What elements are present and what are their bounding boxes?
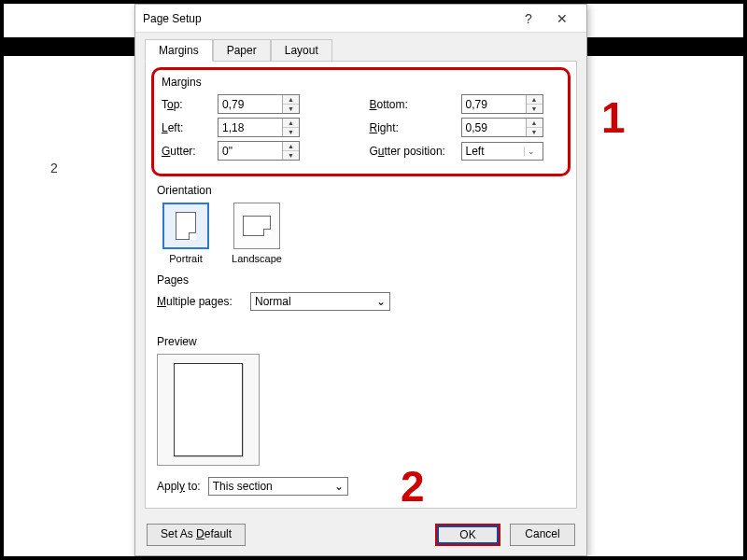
gutter-position-label: Gutter position:: [370, 145, 461, 158]
help-button[interactable]: ?: [512, 6, 545, 32]
bottom-margin-field[interactable]: [462, 95, 526, 113]
right-margin-input[interactable]: ▲▼: [461, 118, 543, 137]
left-margin-spinner[interactable]: ▲▼: [282, 119, 299, 136]
annotation-callout-2: 2: [401, 461, 425, 511]
gutter-spinner[interactable]: ▲▼: [282, 142, 299, 160]
bottom-margin-input[interactable]: ▲▼: [461, 94, 543, 114]
gutter-input[interactable]: ▲▼: [218, 141, 300, 161]
set-as-default-button[interactable]: Set As Default: [147, 524, 246, 546]
right-margin-label: Right:: [370, 121, 461, 134]
orientation-landscape[interactable]: Landscape: [228, 203, 286, 264]
apply-to-label: Apply to:: [157, 480, 201, 493]
dialog-button-bar: Set As Default OK Cancel: [135, 516, 586, 555]
chevron-down-icon: ⌄: [376, 295, 386, 308]
multiple-pages-select[interactable]: Normal ⌄: [250, 292, 390, 311]
top-margin-field[interactable]: [218, 95, 282, 113]
preview-group-label: Preview: [157, 335, 565, 348]
tab-margins[interactable]: Margins: [145, 39, 213, 62]
top-margin-label: Top:: [162, 98, 218, 111]
tab-paper[interactable]: Paper: [213, 39, 271, 62]
chevron-down-icon: ⌄: [334, 480, 344, 493]
right-margin-field[interactable]: [462, 119, 526, 136]
preview-box: [157, 354, 260, 466]
gutter-position-select[interactable]: Left ⌄: [461, 142, 543, 161]
pages-group-label: Pages: [157, 273, 565, 287]
close-button[interactable]: ✕: [545, 6, 579, 32]
tab-layout[interactable]: Layout: [271, 39, 332, 62]
bottom-margin-label: Bottom:: [370, 98, 461, 111]
gutter-label: Gutter:: [162, 145, 218, 158]
preview-page-icon: [174, 363, 243, 456]
top-margin-input[interactable]: ▲▼: [218, 94, 300, 114]
portrait-icon: [162, 203, 209, 249]
right-margin-spinner[interactable]: ▲▼: [526, 119, 543, 136]
left-margin-input[interactable]: ▲▼: [218, 118, 300, 137]
gutter-position-value: Left: [466, 145, 524, 158]
orientation-group-label: Orientation: [157, 184, 565, 197]
document-page-number: 2: [50, 161, 58, 175]
chevron-down-icon: ⌄: [524, 147, 539, 156]
left-margin-label: Left:: [162, 121, 218, 134]
tab-strip: Margins Paper Layout: [135, 33, 586, 61]
multiple-pages-value: Normal: [255, 295, 376, 308]
left-margin-field[interactable]: [218, 119, 282, 136]
landscape-label: Landscape: [228, 253, 286, 264]
margins-group-label: Margins: [162, 76, 560, 89]
page-setup-dialog: Page Setup ? ✕ Margins Paper Layout Marg…: [134, 4, 587, 556]
top-margin-spinner[interactable]: ▲▼: [282, 95, 299, 113]
cancel-button[interactable]: Cancel: [510, 524, 575, 546]
orientation-portrait[interactable]: Portrait: [157, 203, 215, 264]
apply-to-select[interactable]: This section ⌄: [208, 477, 348, 496]
annotation-highlight-1: Margins Top: ▲▼ Bottom: ▲▼: [151, 67, 571, 176]
dialog-title: Page Setup: [143, 12, 512, 25]
landscape-icon: [233, 203, 280, 249]
title-bar: Page Setup ? ✕: [135, 5, 586, 33]
dialog-content: Margins Top: ▲▼ Bottom: ▲▼: [145, 61, 577, 509]
multiple-pages-label: Multiple pages:: [157, 295, 250, 308]
portrait-label: Portrait: [157, 253, 215, 264]
gutter-field[interactable]: [218, 142, 282, 160]
ok-button[interactable]: OK: [435, 524, 500, 546]
bottom-margin-spinner[interactable]: ▲▼: [526, 95, 543, 113]
apply-to-value: This section: [213, 480, 334, 493]
annotation-callout-1: 1: [601, 92, 626, 143]
